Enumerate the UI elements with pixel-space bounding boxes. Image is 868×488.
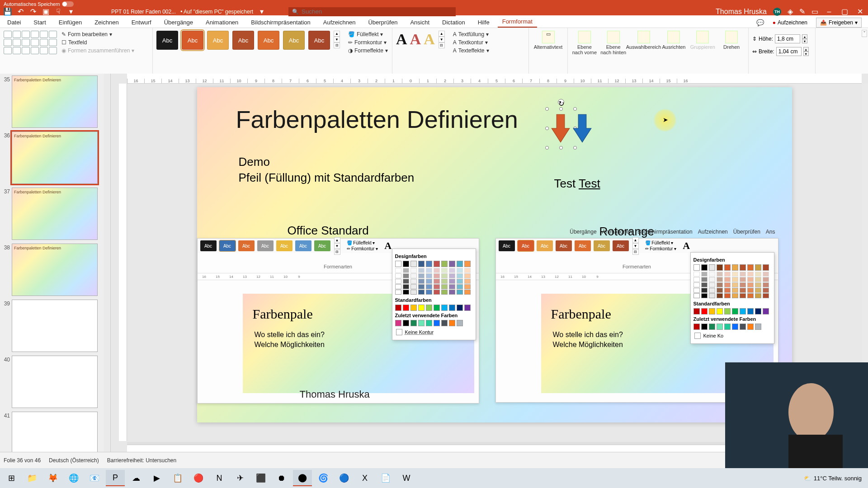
tab-einfuegen[interactable]: Einfügen [54, 17, 86, 28]
wordart-style[interactable]: A [424, 31, 435, 48]
touch-icon[interactable]: ☟ [54, 8, 62, 15]
slide-count[interactable]: Folie 36 von 46 [4, 457, 41, 464]
app-icon[interactable]: ☁ [127, 470, 146, 486]
start-icon[interactable]: ⊞ [2, 470, 21, 486]
textkontur-button[interactable]: A Textkontur ▾ [451, 39, 491, 46]
tab-zeichnen[interactable]: Zeichnen [90, 17, 123, 28]
diamond-icon[interactable]: ◈ [788, 7, 793, 16]
shape-style-swatch[interactable]: Abc [182, 31, 203, 50]
height-input[interactable] [775, 34, 800, 43]
window-icon[interactable]: ▭ [811, 7, 818, 16]
app-icon[interactable]: 📋 [168, 470, 187, 486]
shape-styles-gallery[interactable]: AbcAbcAbcAbcAbcAbcAbc [156, 31, 330, 50]
wordart-style[interactable]: A [396, 31, 407, 48]
excel-icon[interactable]: X [355, 470, 374, 486]
app-icon[interactable]: 📄 [376, 470, 395, 486]
tab-aufzeichnen[interactable]: Aufzeichnen [319, 17, 360, 28]
spin-down-icon[interactable]: ▼ [802, 39, 807, 43]
access-label[interactable]: Barrierefreiheit: Untersuchen [107, 457, 176, 464]
save-icon[interactable]: 💾 [4, 8, 12, 15]
firefox-icon[interactable]: 🦊 [43, 470, 62, 486]
undo-icon[interactable]: ↶ [16, 8, 24, 15]
slide-canvas[interactable]: Farbenpaletten Definieren Demo Pfeil (Fü… [197, 87, 792, 422]
minimize-icon[interactable]: – [825, 9, 834, 15]
embedded-screenshot-office[interactable]: AbcAbcAbcAbcAbcAbcAbc ▲▼⊟ 🪣 Fülleffekt ▾… [197, 238, 479, 404]
rotate-handle-icon[interactable]: ↻ [558, 99, 564, 105]
freigeben-button[interactable]: 📤Freigeben▾ [816, 18, 862, 28]
tab-dictation[interactable]: Dictation [438, 17, 470, 28]
tab-animationen[interactable]: Animationen [201, 17, 243, 28]
form-bearbeiten-button[interactable]: ✎ Form bearbeiten ▾ [60, 31, 136, 38]
search-box[interactable]: 🔍 [288, 7, 456, 16]
edge-icon[interactable]: 🔵 [335, 470, 354, 486]
app-icon[interactable]: ⬛ [251, 470, 270, 486]
tab-bildschirm[interactable]: Bildschirmpräsentation [246, 17, 315, 28]
textfeld-button[interactable]: ☐ Textfeld [60, 39, 136, 46]
shape-style-swatch[interactable]: Abc [232, 31, 254, 50]
drehen-button[interactable]: Drehen [718, 31, 745, 50]
textfuellung-button[interactable]: A Textfüllung ▾ [451, 31, 491, 38]
tab-ansicht[interactable]: Ansicht [406, 17, 434, 28]
outlook-icon[interactable]: 📧 [85, 470, 104, 486]
gallery-down-icon[interactable]: ▼ [334, 37, 340, 42]
app-icon[interactable]: 🔴 [189, 470, 208, 486]
thumbnail[interactable]: 39 [1, 300, 103, 352]
slide-title[interactable]: Farbenpaletten Definieren [236, 105, 518, 133]
ebene-hinten-button[interactable]: Ebene nach hinten [600, 31, 627, 55]
gallery-more-icon[interactable]: ⊟ [334, 42, 340, 48]
thumbnail[interactable]: 40 [1, 356, 103, 408]
gallery-down-icon[interactable]: ▼ [439, 37, 445, 42]
qat-more-icon[interactable]: ▾ [67, 8, 75, 15]
alternativtext-button[interactable]: ▭ Alternativtext [534, 31, 563, 50]
ebene-vorne-button[interactable]: Ebene nach vorne [571, 31, 598, 55]
word-icon[interactable]: W [397, 470, 416, 486]
spin-down-icon[interactable]: ▼ [803, 52, 809, 56]
pen-icon[interactable]: ✎ [799, 7, 805, 16]
autosave-toggle[interactable]: Automatisches Speichern [4, 1, 74, 7]
shape-style-swatch[interactable]: Abc [156, 31, 178, 50]
user-name[interactable]: Thomas Hruska [716, 8, 767, 16]
spin-up-icon[interactable]: ▲ [802, 34, 807, 39]
chrome-icon[interactable]: 🌐 [64, 470, 83, 486]
formkontur-button[interactable]: ✏ Formkontur ▾ [346, 39, 390, 46]
wordart-style[interactable]: A [410, 31, 421, 48]
label-office[interactable]: Office Standard [288, 224, 369, 238]
width-input[interactable] [776, 47, 802, 56]
app-icon[interactable]: ⏺ [272, 470, 291, 486]
tab-ueberpruefen[interactable]: Überprüfen [363, 17, 402, 28]
tab-uebergaenge[interactable]: Übergänge [160, 17, 198, 28]
shape-style-swatch[interactable]: Abc [308, 31, 330, 50]
shape-style-swatch[interactable]: Abc [207, 31, 229, 50]
gallery-more-icon[interactable]: ⊟ [439, 42, 445, 48]
color-popup-rotorange[interactable]: Designfarben Standardfarben Zuletzt verw… [690, 252, 774, 344]
arrow-shape-orange[interactable] [551, 113, 571, 144]
shapes-gallery[interactable] [4, 31, 57, 54]
formeffekte-button[interactable]: ◑ Formeffekte ▾ [346, 47, 390, 54]
tab-hilfe[interactable]: Hilfe [473, 17, 494, 28]
slide-subtitle[interactable]: Demo Pfeil (Füllung) mit Standardfarben [239, 154, 415, 186]
test-text[interactable]: Test Test [554, 177, 600, 191]
ausrichten-button[interactable]: Ausrichten [661, 31, 687, 50]
thumbnail[interactable]: 35Farbenpaletten Definieren [1, 75, 103, 128]
tab-formformat[interactable]: Formformat [498, 16, 537, 28]
weather-widget[interactable]: ⛅ 11°C Teilw. sonnig [804, 475, 866, 482]
powerpoint-icon[interactable]: P [106, 470, 125, 486]
doc-dropdown-icon[interactable]: ▾ [258, 8, 266, 15]
texteffekte-button[interactable]: A Texteffekte ▾ [451, 47, 491, 54]
present-icon[interactable]: ▣ [42, 8, 50, 15]
shape-style-swatch[interactable]: Abc [258, 31, 279, 50]
user-avatar[interactable]: TH [773, 8, 781, 16]
spin-up-icon[interactable]: ▲ [803, 47, 809, 52]
tab-start[interactable]: Start [29, 17, 50, 28]
gallery-up-icon[interactable]: ▲ [334, 31, 340, 37]
telegram-icon[interactable]: ✈ [231, 470, 250, 486]
obs-icon[interactable]: ⬤ [293, 470, 312, 486]
redo-icon[interactable]: ↷ [29, 8, 37, 15]
toggle-pill[interactable] [62, 1, 74, 7]
tab-datei[interactable]: Datei [3, 17, 25, 28]
thumbnail[interactable]: 38Farbenpaletten Definieren [1, 244, 103, 296]
thumbnail[interactable]: 37Farbenpaletten Definieren [1, 188, 103, 240]
close-icon[interactable]: ✕ [855, 9, 864, 15]
thumbnail[interactable]: 36Farbenpaletten Definieren [1, 131, 103, 184]
lang-label[interactable]: Deutsch (Österreich) [49, 457, 99, 464]
